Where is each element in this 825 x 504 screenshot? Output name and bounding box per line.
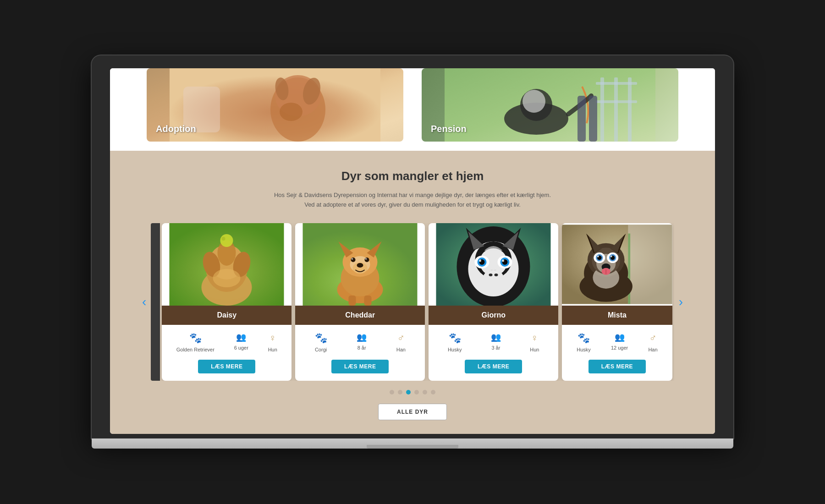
dot-5[interactable] xyxy=(423,390,427,394)
svg-rect-8 xyxy=(600,77,604,142)
dot-4[interactable] xyxy=(414,390,419,394)
age-label-giorno: 3 år xyxy=(491,345,500,351)
section-subtitle: Hos Sejr & Davidsens Dyrepension og Inte… xyxy=(138,191,688,210)
gender-info-daisy: ♀ Hun xyxy=(268,332,277,352)
section-title: Dyr som mangler et hjem xyxy=(138,169,688,183)
gender-info-giorno: ♀ Hun xyxy=(530,332,539,352)
adoption-banner[interactable]: Adoption xyxy=(147,68,403,142)
age-info-mista: 👥 12 uger xyxy=(611,332,628,351)
gender-info-mista: ♂ Han xyxy=(648,332,657,352)
breed-icon-cheddar: 🐾 xyxy=(315,332,327,344)
dog-card-daisy: Daisy 🐾 Golden Retriever 👥 6 uger xyxy=(162,223,292,381)
carousel-prev-button[interactable]: ‹ xyxy=(138,290,151,314)
svg-rect-41 xyxy=(349,296,356,306)
read-more-cheddar[interactable]: LÆS MERE xyxy=(331,360,389,373)
adoption-label: Adoption xyxy=(156,124,196,134)
svg-point-57 xyxy=(484,270,504,285)
svg-point-38 xyxy=(365,258,367,260)
svg-rect-65 xyxy=(628,225,672,304)
gender-icon-giorno: ♀ xyxy=(531,332,539,344)
svg-rect-17 xyxy=(589,96,597,142)
svg-point-54 xyxy=(479,260,481,262)
svg-point-34 xyxy=(357,263,363,268)
age-label-cheddar: 8 år xyxy=(358,345,366,351)
breed-label-mista: Husky xyxy=(577,347,591,352)
age-icon-giorno: 👥 xyxy=(491,332,501,342)
svg-point-37 xyxy=(352,258,353,260)
gender-icon-mista: ♂ xyxy=(649,332,657,344)
gender-label-giorno: Hun xyxy=(530,347,539,352)
breed-icon-daisy: 🐾 xyxy=(189,332,202,344)
svg-rect-10 xyxy=(628,77,632,142)
gender-icon-daisy: ♀ xyxy=(269,332,277,344)
svg-rect-16 xyxy=(578,96,586,142)
gender-info-cheddar: ♂ Han xyxy=(396,332,406,352)
age-icon-mista: 👥 xyxy=(615,332,625,342)
age-icon-daisy: 👥 xyxy=(236,332,246,342)
laptop-screen: Adoption xyxy=(110,68,715,434)
breed-label-daisy: Golden Retriever xyxy=(176,347,214,352)
all-animals-button[interactable]: ALLE DYR xyxy=(378,404,447,420)
svg-rect-42 xyxy=(364,296,372,306)
dog-name-mista: Mista xyxy=(562,306,672,325)
dog-name-cheddar: Cheddar xyxy=(295,306,425,325)
svg-point-58 xyxy=(489,274,493,276)
svg-point-80 xyxy=(610,256,612,257)
age-label-daisy: 6 uger xyxy=(234,345,248,351)
breed-info-daisy: 🐾 Golden Retriever xyxy=(176,332,214,352)
dog-image-mista xyxy=(562,223,672,306)
breed-label-cheddar: Corgi xyxy=(315,347,327,352)
carousel-dots xyxy=(138,390,688,394)
age-info-giorno: 👥 3 år xyxy=(491,332,501,351)
dot-6[interactable] xyxy=(431,390,435,394)
carousel: ‹ xyxy=(138,223,688,381)
breed-icon-mista: 🐾 xyxy=(578,332,590,344)
gender-icon-cheddar: ♂ xyxy=(397,332,405,344)
svg-point-27 xyxy=(213,269,241,287)
svg-point-59 xyxy=(495,274,498,276)
breed-info-cheddar: 🐾 Corgi xyxy=(315,332,327,352)
dot-3[interactable] xyxy=(406,390,411,394)
dog-card-cheddar: Cheddar 🐾 Corgi 👥 8 år xyxy=(295,223,425,381)
dog-info-daisy: 🐾 Golden Retriever 👥 6 uger ♀ Hun xyxy=(162,325,292,360)
main-section: Dyr som mangler et hjem Hos Sejr & David… xyxy=(110,151,715,434)
age-info-cheddar: 👥 8 år xyxy=(357,332,367,351)
top-banners-section: Adoption xyxy=(110,68,715,151)
pension-label: Pension xyxy=(431,124,467,134)
dog-image-daisy xyxy=(162,223,292,306)
age-icon-cheddar: 👥 xyxy=(357,332,367,342)
age-info-daisy: 👥 6 uger xyxy=(234,332,248,351)
cards-wrapper: Daisy 🐾 Golden Retriever 👥 6 uger xyxy=(151,223,674,381)
dog-name-giorno: Giorno xyxy=(429,306,558,325)
svg-rect-9 xyxy=(614,77,618,142)
gender-label-cheddar: Han xyxy=(396,347,406,352)
svg-point-79 xyxy=(597,256,599,257)
gender-label-daisy: Hun xyxy=(268,347,277,352)
laptop-base xyxy=(92,438,733,449)
pension-banner[interactable]: Pension xyxy=(422,68,678,142)
svg-rect-12 xyxy=(596,100,637,103)
screen-bezel: Adoption xyxy=(92,55,733,439)
dog-image-cheddar xyxy=(295,223,425,306)
svg-point-55 xyxy=(502,260,504,262)
dot-2[interactable] xyxy=(398,390,402,394)
age-label-mista: 12 uger xyxy=(611,345,628,351)
laptop-frame: Adoption xyxy=(92,55,733,449)
dog-info-mista: 🐾 Husky 👥 12 uger ♂ Han xyxy=(562,325,672,360)
read-more-giorno[interactable]: LÆS MERE xyxy=(465,360,522,373)
svg-point-15 xyxy=(522,90,545,113)
dog-info-cheddar: 🐾 Corgi 👥 8 år ♂ Han xyxy=(295,325,425,360)
dog-image-giorno xyxy=(429,223,558,306)
carousel-next-button[interactable]: › xyxy=(674,290,688,314)
dot-1[interactable] xyxy=(390,390,394,394)
svg-point-36 xyxy=(365,257,369,262)
breed-icon-giorno: 🐾 xyxy=(449,332,461,344)
read-more-daisy[interactable]: LÆS MERE xyxy=(198,360,255,373)
dog-card-mista: Mista 🐾 Husky 👥 12 uger xyxy=(562,223,672,381)
svg-rect-11 xyxy=(596,82,637,85)
read-more-mista[interactable]: LÆS MERE xyxy=(588,360,646,373)
svg-point-24 xyxy=(222,237,226,241)
svg-point-3 xyxy=(280,103,302,121)
svg-point-35 xyxy=(351,257,356,262)
dog-card-giorno: Giorno 🐾 Husky 👥 3 år xyxy=(429,223,558,381)
